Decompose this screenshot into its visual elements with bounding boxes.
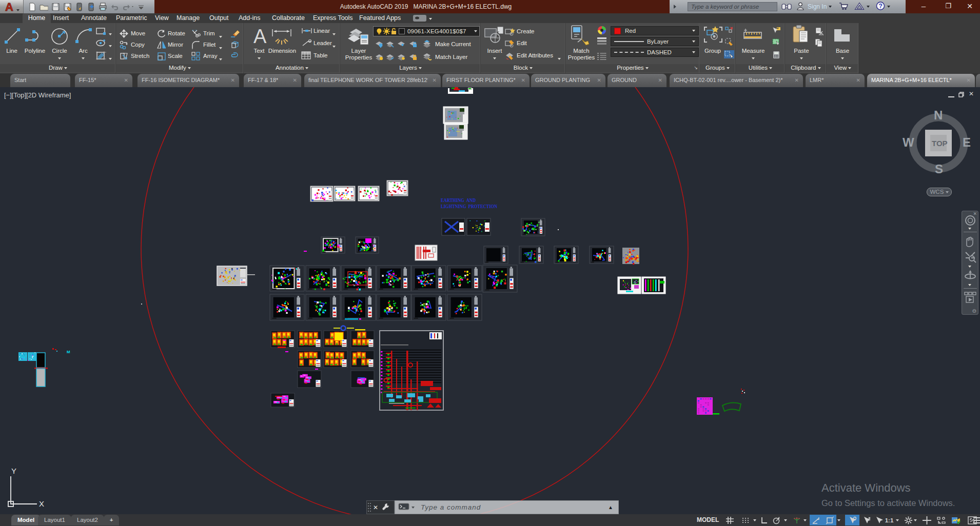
- svg-text:TOP: TOP: [932, 139, 948, 148]
- svg-text:X: X: [39, 499, 44, 508]
- svg-text:Y: Y: [11, 468, 16, 475]
- svg-text:?: ?: [879, 3, 883, 10]
- svg-text:EARTHING AND: EARTHING AND: [441, 197, 476, 203]
- svg-text:A: A: [253, 26, 267, 46]
- svg-text:LIGHTNING PROTECTION: LIGHTNING PROTECTION: [441, 204, 497, 209]
- svg-text:M: M: [67, 350, 70, 354]
